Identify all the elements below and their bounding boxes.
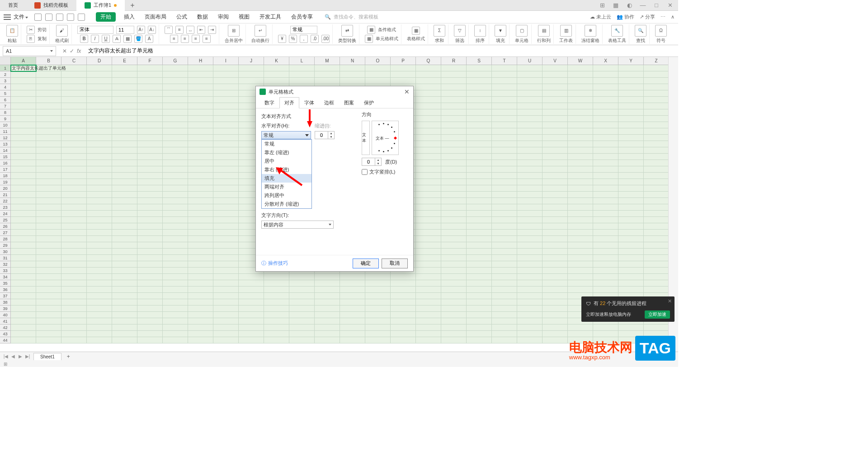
cell[interactable] [416, 337, 441, 343]
cell[interactable] [188, 147, 213, 154]
cell[interactable] [467, 198, 492, 204]
cell[interactable] [441, 173, 467, 179]
cell[interactable] [416, 293, 441, 299]
cell[interactable] [542, 97, 568, 103]
cell[interactable] [213, 337, 239, 343]
cell[interactable] [87, 306, 112, 312]
cell[interactable] [61, 211, 87, 217]
cell[interactable] [467, 318, 492, 324]
cell[interactable] [188, 141, 213, 147]
cell[interactable] [340, 337, 365, 343]
cell[interactable] [264, 337, 289, 343]
cell[interactable] [568, 103, 593, 109]
cell[interactable] [340, 280, 365, 287]
cell[interactable] [188, 192, 213, 198]
cell[interactable] [492, 324, 517, 331]
tab-workbook[interactable]: 工作簿1 [76, 0, 125, 11]
cell[interactable] [264, 312, 289, 318]
cell[interactable] [618, 249, 644, 255]
cell[interactable] [11, 337, 36, 343]
cell[interactable] [568, 147, 593, 154]
cell[interactable] [618, 261, 644, 268]
row-header-38[interactable]: 38 [0, 299, 11, 306]
cell[interactable] [340, 306, 365, 312]
cell[interactable] [11, 249, 36, 255]
cell[interactable] [137, 223, 163, 230]
cell[interactable] [87, 97, 112, 103]
cell[interactable] [188, 122, 213, 128]
cell[interactable] [188, 71, 213, 78]
cell[interactable] [467, 128, 492, 135]
cell[interactable] [188, 90, 213, 97]
cell[interactable] [467, 268, 492, 274]
cond-fmt-icon[interactable]: ▦ [367, 26, 375, 34]
cell[interactable] [542, 287, 568, 293]
cell[interactable] [163, 230, 188, 236]
dlgtab-align[interactable]: 对齐 [279, 97, 299, 108]
cell[interactable] [137, 299, 163, 306]
cell[interactable] [542, 211, 568, 217]
row-header-3[interactable]: 3 [0, 78, 11, 84]
cell[interactable] [11, 293, 36, 299]
cell[interactable] [315, 293, 340, 299]
cell[interactable] [492, 78, 517, 84]
cell[interactable] [593, 166, 618, 173]
cell[interactable] [213, 160, 239, 166]
cell[interactable] [188, 293, 213, 299]
cell[interactable] [644, 166, 669, 173]
row-header-1[interactable]: 1 [0, 65, 11, 71]
cell[interactable] [163, 306, 188, 312]
cell[interactable] [517, 103, 542, 109]
cell[interactable] [340, 287, 365, 293]
cell[interactable] [568, 198, 593, 204]
cell[interactable] [517, 255, 542, 261]
cell[interactable] [163, 337, 188, 343]
cell[interactable] [542, 217, 568, 223]
cell[interactable] [593, 90, 618, 97]
cell[interactable] [467, 230, 492, 236]
cell[interactable] [517, 337, 542, 343]
cell[interactable] [517, 242, 542, 249]
cell[interactable] [568, 141, 593, 147]
cell[interactable] [618, 173, 644, 179]
cell[interactable] [239, 287, 264, 293]
cell[interactable] [416, 306, 441, 312]
cell[interactable] [112, 211, 137, 217]
cell[interactable] [36, 324, 61, 331]
cell[interactable] [644, 280, 669, 287]
cell[interactable] [517, 198, 542, 204]
cell[interactable] [36, 160, 61, 166]
cell[interactable] [492, 299, 517, 306]
cell[interactable] [87, 166, 112, 173]
cell[interactable] [36, 128, 61, 135]
cell[interactable] [568, 324, 593, 331]
cell[interactable] [163, 249, 188, 255]
cell[interactable] [593, 249, 618, 255]
cell[interactable] [492, 337, 517, 343]
cell[interactable] [618, 192, 644, 198]
cell[interactable] [416, 103, 441, 109]
cell[interactable] [61, 223, 87, 230]
cell[interactable] [112, 204, 137, 211]
cell[interactable] [36, 223, 61, 230]
tab-insert[interactable]: 插入 [122, 12, 137, 22]
cell[interactable] [213, 173, 239, 179]
cell[interactable] [542, 173, 568, 179]
cell[interactable] [87, 71, 112, 78]
cell[interactable] [593, 236, 618, 242]
cell[interactable] [441, 204, 467, 211]
cell[interactable] [264, 293, 289, 299]
fill-icon[interactable]: ▼ [495, 25, 506, 37]
cell[interactable] [618, 147, 644, 154]
cell[interactable] [61, 147, 87, 154]
cell[interactable] [568, 179, 593, 185]
col-header-O[interactable]: O [365, 57, 391, 65]
cell[interactable] [213, 268, 239, 274]
cell[interactable] [542, 78, 568, 84]
dialog-title-bar[interactable]: 单元格格式 ✕ [256, 86, 413, 97]
cell[interactable] [137, 274, 163, 280]
cell[interactable] [112, 287, 137, 293]
cell[interactable] [264, 78, 289, 84]
toast-action-button[interactable]: 立即加速 [645, 310, 670, 319]
cell[interactable] [467, 211, 492, 217]
